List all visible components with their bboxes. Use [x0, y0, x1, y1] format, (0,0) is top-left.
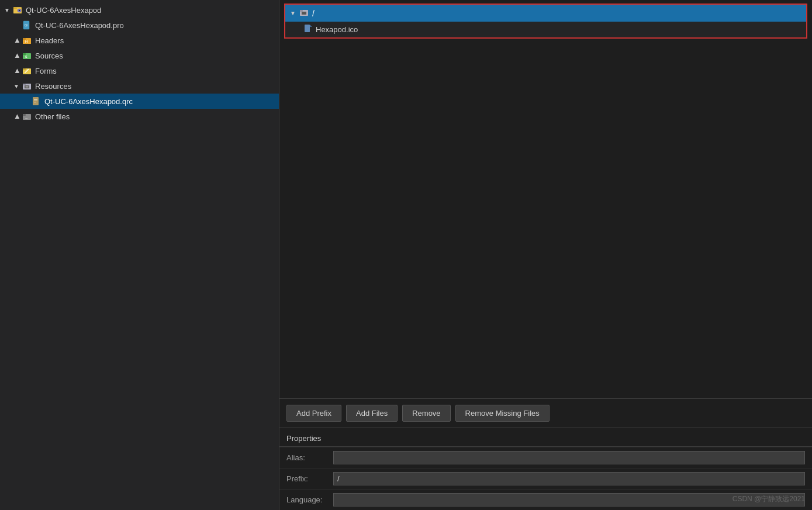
folder-resources-icon	[21, 80, 33, 92]
svg-marker-34	[310, 25, 312, 27]
svg-text:S: S	[25, 55, 27, 58]
tree-label-qrc: Qt-UC-6AxesHexapod.qrc	[44, 97, 133, 106]
remove-button[interactable]: Remove	[402, 405, 450, 422]
svg-rect-33	[305, 25, 310, 32]
tree-label-resources: Resources	[35, 82, 71, 91]
alias-label: Alias:	[286, 453, 333, 462]
tree-label-sources: Sources	[35, 51, 63, 60]
tree-item-qrc[interactable]: ▶ Qt-UC-6AxesHexapod.qrc	[0, 94, 279, 109]
svg-rect-24	[34, 99, 37, 100]
prefix-prop-label: Prefix:	[286, 474, 333, 483]
arrow-resources: ▼	[12, 81, 21, 91]
svg-line-18	[25, 73, 25, 73]
prefix-label: /	[312, 9, 315, 18]
tree-item-other-files[interactable]: ▶ ... Other files	[0, 109, 279, 124]
right-panel: ▼ / Hexapod.ico	[279, 0, 812, 510]
properties-title: Properties	[279, 433, 812, 446]
tree-item-resources[interactable]: ▼ Resources	[0, 78, 279, 94]
resource-file-row[interactable]: Hexapod.ico	[285, 22, 806, 37]
svg-rect-32	[302, 12, 306, 15]
prefix-folder-icon	[299, 8, 309, 19]
tree-item-headers[interactable]: ▶ H Headers	[0, 33, 279, 48]
prefix-row: Prefix:	[279, 468, 812, 489]
tree-label-root: Qt-UC-6AxesHexapod	[26, 6, 101, 15]
arrow-headers: ▶	[12, 36, 21, 45]
svg-rect-22	[26, 87, 29, 88]
arrow-other-files: ▶	[12, 112, 21, 121]
tree-label-headers: Headers	[35, 36, 64, 45]
svg-rect-25	[34, 101, 37, 101]
resource-file-icon	[304, 25, 312, 35]
svg-rect-26	[34, 102, 36, 102]
folder-headers-icon: H	[21, 35, 33, 46]
svg-text:...: ...	[25, 116, 28, 119]
svg-text:H: H	[25, 40, 27, 43]
resource-tree-area: ▼ / Hexapod.ico	[279, 0, 812, 398]
prefix-container: ▼ / Hexapod.ico	[284, 4, 807, 39]
svg-rect-20	[23, 84, 26, 85]
arrow-sources: ▶	[12, 51, 21, 60]
folder-other-icon: ...	[21, 111, 33, 122]
svg-rect-16	[23, 68, 26, 70]
tree-label-other-files: Other files	[35, 112, 70, 121]
file-tree-panel: ▼ Qt-UC-6AxesHexapod ▶ Qt Qt-UC-6AxesHex…	[0, 0, 279, 510]
svg-rect-31	[300, 10, 303, 12]
prefix-header-row[interactable]: ▼ /	[285, 5, 806, 22]
language-label: Language:	[286, 495, 333, 504]
add-prefix-button[interactable]: Add Prefix	[286, 405, 341, 422]
tree-label-pro: Qt-UC-6AxesHexapod.pro	[35, 21, 124, 30]
alias-input[interactable]	[333, 451, 805, 464]
folder-forms-icon	[21, 65, 33, 77]
folder-sources-icon: S	[21, 50, 33, 61]
gear-folder-icon	[12, 4, 23, 16]
tree-item-sources[interactable]: ▶ S Sources	[0, 48, 279, 63]
tree-item-forms[interactable]: ▶ Forms	[0, 63, 279, 78]
svg-text:Qt: Qt	[25, 23, 28, 27]
arrow-forms: ▶	[12, 66, 21, 75]
resource-file-label: Hexapod.ico	[316, 25, 358, 34]
remove-missing-files-button[interactable]: Remove Missing Files	[455, 405, 550, 422]
tree-label-forms: Forms	[35, 67, 57, 75]
svg-rect-2	[13, 7, 17, 9]
buttons-area: Add Prefix Add Files Remove Remove Missi…	[279, 398, 812, 428]
arrow-root: ▼	[2, 5, 12, 15]
file-qrc-icon	[30, 95, 42, 107]
watermark: CSDN @宁静致远2021	[732, 494, 805, 504]
add-files-button[interactable]: Add Files	[346, 405, 398, 422]
svg-point-4	[19, 10, 20, 11]
alias-row: Alias:	[279, 447, 812, 468]
prefix-input[interactable]	[333, 472, 805, 485]
file-pro-icon: Qt	[21, 19, 33, 31]
prefix-arrow-icon: ▼	[290, 10, 296, 16]
tree-item-root[interactable]: ▼ Qt-UC-6AxesHexapod	[0, 2, 279, 18]
tree-item-pro[interactable]: ▶ Qt Qt-UC-6AxesHexapod.pro	[0, 18, 279, 33]
